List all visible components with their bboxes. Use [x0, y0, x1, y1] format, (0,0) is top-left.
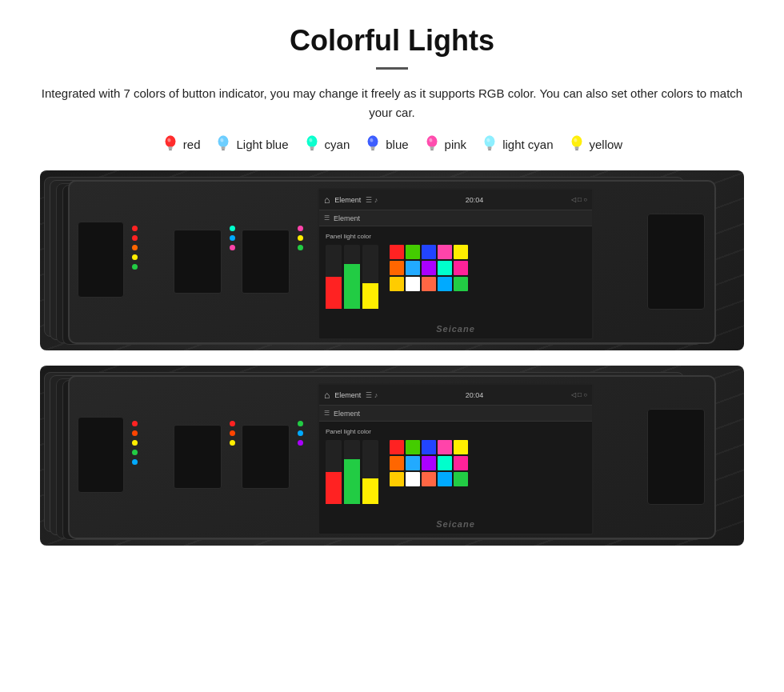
color-item-blue: blue: [364, 134, 408, 154]
screen-nav-label-bottom: Element: [334, 410, 360, 418]
color-label-yellow: yellow: [590, 138, 623, 151]
dot-pink-2: [298, 226, 303, 231]
screen-nav-bottom: ☰ Element: [319, 406, 592, 422]
bar-red: [326, 245, 342, 309]
device-images-container: ⌂ Element ☰ ♪ 20:04 ◁ □ ○: [40, 170, 744, 550]
color-label-Light-blue: Light blue: [236, 138, 288, 151]
svg-rect-8: [222, 149, 225, 150]
bulb-icon-pink: [423, 134, 441, 154]
dot-yellow-1: [132, 254, 138, 260]
color-bars-top: [326, 245, 378, 309]
main-page: Colorful Lights Integrated with 7 colors…: [0, 0, 784, 692]
dot-green-1: [132, 264, 138, 270]
panel-label-bottom: Panel light color: [326, 428, 586, 435]
svg-rect-13: [310, 149, 314, 150]
svg-rect-3: [169, 149, 172, 150]
svg-rect-18: [371, 149, 374, 150]
dot-blue-1: [230, 235, 235, 241]
dot-red-1: [132, 226, 138, 231]
screen-title-bottom: Element: [334, 391, 361, 399]
bulb-icon-Light-blue: [214, 134, 232, 154]
bar-yellow: [362, 245, 378, 309]
bar-green: [344, 245, 360, 309]
bulb-icon-cyan: [303, 134, 321, 154]
color-dots-left-bottom: [132, 421, 138, 465]
bulb-icon-light-cyan: [481, 134, 498, 154]
title-divider: [376, 67, 408, 70]
color-label-blue: blue: [386, 138, 408, 151]
screen-nav-top: ☰ Element: [319, 210, 592, 226]
screen-header: ⌂ Element ☰ ♪ 20:04 ◁ □ ○: [319, 190, 592, 210]
svg-rect-7: [222, 146, 226, 149]
home-icon-bottom: ⌂: [324, 390, 330, 401]
dot-yellow-2: [298, 235, 303, 241]
svg-rect-27: [488, 146, 492, 149]
color-item-cyan: cyan: [303, 134, 350, 154]
svg-rect-17: [371, 146, 375, 149]
color-dots-mid2-bottom: [298, 421, 303, 446]
bulb-icon-yellow: [568, 134, 586, 154]
dot-green-2: [298, 245, 303, 250]
color-dots-mid-top: [230, 226, 235, 250]
svg-rect-2: [168, 146, 172, 149]
bulb-icon-blue: [364, 134, 382, 154]
color-label-red: red: [183, 138, 201, 151]
screen-nav-label-top: Element: [334, 214, 360, 222]
dot-red-2: [132, 235, 138, 241]
watermark-top: Seicane: [436, 324, 475, 334]
svg-rect-22: [430, 146, 434, 149]
color-grid-top: [390, 245, 468, 309]
screen-time-top: 20:04: [466, 196, 484, 204]
screen-body-top: Panel light color: [319, 226, 592, 340]
screen-time-bottom: 20:04: [466, 391, 484, 399]
device-image-bottom: ⌂ Element ☰ ♪ 20:04 ◁ □ ○ ☰: [40, 366, 744, 550]
screen-title-top: Element: [334, 196, 361, 204]
svg-rect-32: [574, 146, 578, 149]
screen-bottom: ⌂ Element ☰ ♪ 20:04 ◁ □ ○ ☰: [318, 383, 594, 535]
device-image-top: ⌂ Element ☰ ♪ 20:04 ◁ □ ○: [40, 170, 744, 354]
svg-rect-28: [488, 149, 491, 150]
svg-rect-23: [430, 149, 434, 150]
svg-rect-33: [575, 149, 578, 150]
watermark-bottom: Seicane: [436, 519, 475, 529]
dot-cyan-1: [230, 226, 235, 231]
color-bars-bottom: [326, 440, 378, 504]
color-label-cyan: cyan: [325, 138, 350, 151]
color-item-yellow: yellow: [568, 134, 623, 154]
color-dots-mid2-top: [298, 226, 303, 250]
home-icon: ⌂: [324, 194, 330, 206]
color-item-Light-blue: Light blue: [214, 134, 288, 154]
bulb-icon-red: [162, 134, 179, 154]
color-dots-mid-bottom: [230, 421, 235, 446]
screen-icons: ☰ ♪: [366, 196, 378, 204]
color-indicators-row: red Light blue cyan blue pink light cyan: [162, 134, 622, 154]
color-dots-left-top: [132, 226, 138, 270]
screen-body-bottom: Panel light color: [319, 422, 592, 535]
color-item-pink: pink: [423, 134, 467, 154]
screen-header-bottom: ⌂ Element ☰ ♪ 20:04 ◁ □ ○: [319, 385, 592, 406]
color-item-red: red: [162, 134, 201, 154]
svg-rect-12: [310, 146, 314, 149]
color-label-light-cyan: light cyan: [502, 138, 553, 151]
color-label-pink: pink: [445, 138, 467, 151]
dot-pink-1: [230, 245, 235, 250]
panel-label-top: Panel light color: [326, 233, 586, 240]
color-grid-bottom: [390, 440, 468, 504]
page-title: Colorful Lights: [290, 24, 494, 58]
color-item-light-cyan: light cyan: [481, 134, 553, 154]
dot-orange-1: [132, 245, 138, 250]
page-description: Integrated with 7 colors of button indic…: [40, 84, 744, 122]
